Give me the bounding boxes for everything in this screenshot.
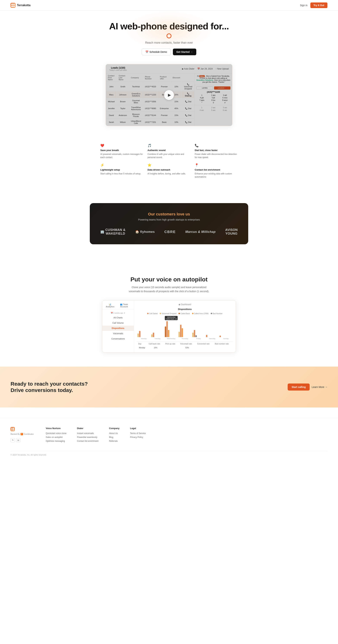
feature-saveyourbreath: ❤️ Save your breath AI powered voicemail…	[100, 144, 143, 159]
footer-social: 𝕏 in	[10, 438, 35, 442]
footer-logo-row	[10, 427, 35, 431]
team-tab[interactable]: 👥 Team Account	[117, 303, 131, 308]
feature-title: Save your breath	[100, 149, 143, 152]
bar	[192, 333, 194, 337]
pin-icon: 📍	[195, 163, 238, 167]
autopilot-section: Put your voice on autopilot Clone your v…	[0, 272, 338, 352]
startcalling-button[interactable]: Start calling	[288, 384, 310, 390]
learnmore-button[interactable]: Learn More →	[312, 384, 328, 390]
twitter-icon[interactable]: 𝕏	[10, 438, 15, 442]
hero-subtext: Reach more contacts, faster than ever	[4, 41, 334, 44]
customer-logos: 🏢 CUSHMAN &WAKEFIELD 🏠 flyhomes CBRE Mar…	[100, 228, 238, 236]
chart-x-labels: Monday Tuesday Wednesday Thursday Friday…	[137, 338, 233, 340]
bar	[196, 335, 197, 337]
feature-lightweightsetup: ⚡ Lightweight setup Start calling in les…	[100, 163, 143, 178]
footer-logo-icon	[10, 427, 15, 431]
customers-section: Our customers love us Powering teams fro…	[0, 203, 338, 272]
footer-link[interactable]: About Us	[109, 432, 119, 434]
footer-link[interactable]: Sales on autopilot	[46, 436, 66, 438]
nav-allcharts[interactable]: All Charts	[102, 315, 134, 320]
footer-link[interactable]: Instant voicemails	[77, 432, 98, 434]
footer-link[interactable]: Quickstart voice clone	[46, 432, 66, 434]
analytics-main: ◉ Dashboard Dispositions Call Dialed Voi…	[134, 300, 236, 352]
bar	[178, 332, 180, 337]
play-button[interactable]	[164, 90, 174, 100]
bar	[138, 334, 139, 337]
lightning-icon: ⚡	[100, 163, 143, 167]
footer-link[interactable]: Terms of Service	[130, 432, 146, 434]
signin-button[interactable]: Sign in	[300, 4, 308, 7]
chart-title: Dispositions	[137, 308, 233, 310]
bar	[194, 330, 195, 337]
footer-link[interactable]: Referrals	[109, 440, 119, 442]
footer-col-title: Legal	[130, 427, 146, 430]
footer-col-title: Dialer	[77, 427, 98, 430]
flyhomes-icon: 🏠	[135, 230, 139, 234]
bar-group-thursday	[178, 325, 191, 337]
analytics-data-table: Day Call back rate Pick up rate Voicemai…	[137, 342, 233, 350]
nav-voicemails[interactable]: Voicemails	[102, 331, 134, 336]
demo-widget-wrapper: Leads (1/20) Today's cold call leads ▶ A…	[106, 64, 232, 126]
analytics-tab[interactable]: 📊 Analytics	[105, 303, 115, 308]
brand-logo[interactable]: Terrakotta	[10, 3, 30, 8]
bar	[168, 330, 169, 337]
footer-bottom: © 2024 Terrakotta, Inc. All rights reser…	[10, 451, 328, 456]
bar	[180, 325, 182, 337]
footer-col-voicenurture: Voice Nurture Quickstart voice clone Sal…	[46, 427, 66, 444]
logo-flyhomes: 🏠 flyhomes	[135, 230, 155, 234]
dashboard-label: ◉ Dashboard	[137, 303, 233, 306]
nav-conversations[interactable]: Conversations	[102, 336, 134, 342]
logo-avison: AVISONYOUNG	[225, 228, 238, 236]
feature-title: Authentic sound	[148, 149, 190, 152]
bar	[165, 326, 166, 337]
feature-dialfast: 📞 Dial fast, close faster Power dialer w…	[195, 144, 238, 159]
customers-title: Our customers love us	[100, 212, 238, 216]
bar	[139, 331, 140, 337]
footer-link[interactable]: Contact list enrichment	[77, 440, 98, 442]
feature-datadriven: ⭐ Data driven outreach AI insights befor…	[148, 163, 190, 178]
footer-link[interactable]: Blog	[109, 436, 119, 438]
feature-authenticsound: 🎵 Authentic sound Combine AI with your u…	[148, 144, 190, 159]
feature-desc: Enhance your existing data with custom a…	[195, 172, 238, 178]
logo-icon	[10, 3, 16, 8]
feature-desc: AI powered voicemails, custom messages f…	[100, 152, 143, 159]
logo-cbre: CBRE	[164, 230, 176, 234]
calendar-icon: 📅	[146, 50, 148, 53]
time-filter[interactable]: 📅 3 weeks ago ▼	[102, 311, 134, 315]
navbar: Terrakotta Sign in Try It Out	[0, 0, 338, 11]
bar-group-wednesday: WednesdayCalled Back: 10	[165, 321, 178, 337]
bar	[182, 328, 183, 337]
footer-link[interactable]: Optimize messaging	[46, 440, 66, 442]
getstarted-button[interactable]: Get Started →	[173, 48, 196, 55]
yc-badge: Y	[20, 433, 23, 435]
tryit-button[interactable]: Try It Out	[310, 2, 328, 8]
nav-callvolume[interactable]: Call Volume	[102, 320, 134, 326]
footer-top: Backed By Y Combinator 𝕏 in Voice Nurtur…	[10, 427, 328, 444]
autopilot-heading: Put your voice on autopilot	[4, 276, 334, 283]
footer-link[interactable]: Powerdial seamlessly	[77, 436, 98, 438]
bar-group-sunday	[220, 336, 232, 337]
nav-dispositions[interactable]: Dispositions	[102, 326, 134, 331]
nav-actions: Sign in Try It Out	[300, 2, 328, 8]
logo-marcus: Marcus & Millichap	[185, 230, 216, 234]
cta-actions: Start calling Learn More →	[288, 384, 328, 390]
play-overlay[interactable]	[106, 64, 232, 126]
bar-group-monday	[138, 331, 150, 337]
customers-card: Our customers love us Powering teams fro…	[90, 203, 248, 244]
hero-heading: AI web-phone designed for...	[4, 21, 334, 31]
footer-link[interactable]: Privacy Policy	[130, 436, 146, 438]
cta-section: Ready to reach your contacts? Drive conv…	[0, 366, 338, 408]
schedule-demo-button[interactable]: 📅 Schedule Demo	[142, 48, 171, 55]
heart-icon: ❤️	[100, 144, 143, 148]
feature-title: Contact list enrichment	[195, 168, 238, 171]
star-icon: ⭐	[148, 163, 190, 167]
cushman-icon: 🏢	[100, 230, 104, 234]
analytics-widget: 📊 Analytics 👥 Team Account 📅 3 weeks ago…	[102, 300, 236, 352]
linkedin-icon[interactable]: in	[16, 438, 20, 442]
table-row: Monday 16% 63%	[137, 346, 233, 350]
footer-col-dialer: Dialer Instant voicemails Powerdial seam…	[77, 427, 98, 444]
demo-widget: Leads (1/20) Today's cold call leads ▶ A…	[106, 64, 232, 126]
logo-cushman: 🏢 CUSHMAN &WAKEFIELD	[100, 228, 126, 236]
hero-circle-decoration	[166, 34, 172, 38]
backed-by: Backed By Y Combinator	[10, 433, 35, 435]
